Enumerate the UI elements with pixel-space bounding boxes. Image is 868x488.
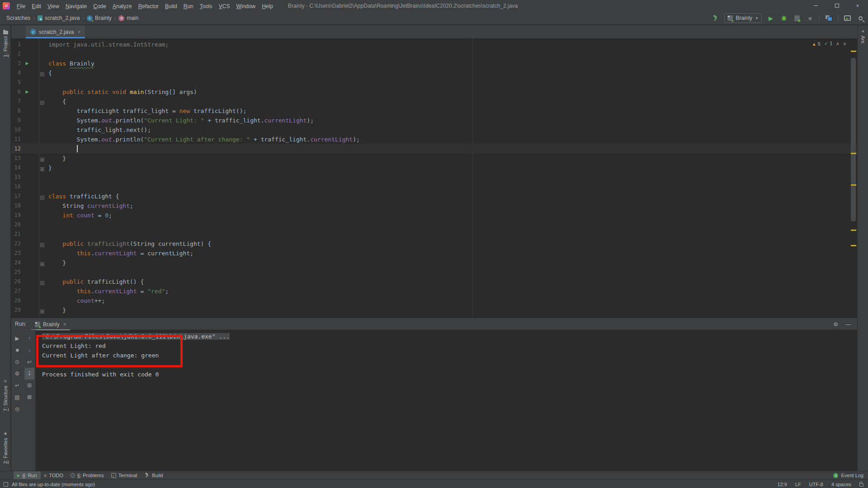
readonly-lock-icon[interactable] <box>859 483 863 487</box>
event-log-button[interactable]: 1 Event Log <box>833 473 863 478</box>
indent-setting[interactable]: 4 spaces <box>831 482 851 487</box>
fold-marker-icon[interactable]: ∧ <box>38 154 46 163</box>
code-line-5[interactable]: 5 <box>11 78 857 87</box>
breadcrumb-item-brainly[interactable]: cBrainly <box>87 15 112 21</box>
build-hammer-icon[interactable] <box>711 14 719 22</box>
code-line-15[interactable]: 15 <box>11 173 857 182</box>
fold-start-icon[interactable]: − <box>40 72 44 76</box>
code-line-7[interactable]: 7− { <box>11 97 857 106</box>
line-number-3[interactable]: 3 <box>11 59 21 68</box>
line-number-19[interactable]: 19 <box>11 211 21 220</box>
fold-marker-icon[interactable]: − <box>38 192 46 201</box>
menu-navigate[interactable]: Navigate <box>62 3 90 9</box>
fold-marker-icon[interactable]: − <box>38 68 46 78</box>
line-number-13[interactable]: 13 <box>11 154 21 163</box>
file-encoding[interactable]: UTF-8 <box>809 482 823 487</box>
menu-window[interactable]: Window <box>233 3 259 9</box>
run-button[interactable]: ▶ <box>767 14 775 22</box>
fold-marker-icon[interactable]: ∧ <box>38 305 46 315</box>
line-number-6[interactable]: 6 <box>11 87 21 97</box>
menu-file[interactable]: File <box>14 3 28 9</box>
down-stack-trace-icon[interactable]: ↓ <box>24 344 34 356</box>
menu-help[interactable]: Help <box>259 3 276 9</box>
code-line-16[interactable]: 16 <box>11 182 857 192</box>
code-line-19[interactable]: 19 int count = 0; <box>11 211 857 220</box>
code-line-3[interactable]: 3▶class Brainly <box>11 59 857 68</box>
tool-button-project[interactable]: 1: Project <box>0 28 11 57</box>
fold-marker-icon[interactable]: − <box>38 277 46 286</box>
minimize-button[interactable] <box>806 0 826 11</box>
menu-code[interactable]: Code <box>90 3 109 9</box>
breadcrumb-item-main[interactable]: mmain <box>118 15 138 21</box>
tool-button-problems[interactable]: ! 6: Problems <box>67 471 108 480</box>
maximize-button[interactable] <box>826 0 847 11</box>
run-configuration-select[interactable]: Brainly ▼ <box>724 13 762 23</box>
fold-end-icon[interactable]: ∧ <box>40 167 44 171</box>
code-line-1[interactable]: 1import java.util.stream.IntStream; <box>11 40 857 49</box>
caret-position[interactable]: 12:9 <box>778 482 787 487</box>
run-anything-button[interactable] <box>843 14 851 22</box>
fold-marker-icon[interactable]: − <box>38 239 46 249</box>
debug-button[interactable] <box>780 14 788 22</box>
close-button[interactable]: × <box>847 0 868 11</box>
line-number-4[interactable]: 4 <box>11 68 21 78</box>
fold-end-icon[interactable]: ∧ <box>40 158 44 162</box>
fold-marker-icon[interactable]: ∧ <box>38 258 46 267</box>
code-line-26[interactable]: 26− public trafficLight() { <box>11 277 857 286</box>
tool-button-terminal[interactable]: ▸ Terminal <box>108 471 141 480</box>
clear-all-icon[interactable]: ⊠ <box>24 391 34 403</box>
scrollbar-thumb[interactable] <box>851 58 856 221</box>
menu-tools[interactable]: Tools <box>197 3 216 9</box>
breadcrumb-item-scratch-2-java[interactable]: scratch_2.java <box>38 15 80 21</box>
pin-tab-icon[interactable]: ◎ <box>12 403 22 415</box>
run-settings-gear-icon[interactable]: ⚙ <box>12 368 22 380</box>
line-number-21[interactable]: 21 <box>11 230 21 239</box>
code-line-29[interactable]: 29∧ } <box>11 305 857 315</box>
run-tab-close-icon[interactable]: × <box>63 321 66 328</box>
editor-scrollbar[interactable] <box>850 38 857 318</box>
line-number-7[interactable]: 7 <box>11 97 21 106</box>
thread-dump-camera-icon[interactable]: ⊙ <box>12 356 22 368</box>
line-number-17[interactable]: 17 <box>11 192 21 201</box>
menu-edit[interactable]: Edit <box>28 3 44 9</box>
restore-layout-icon[interactable]: ▤ <box>12 391 22 403</box>
fold-end-icon[interactable]: ∧ <box>40 310 44 314</box>
line-number-11[interactable]: 11 <box>11 135 21 144</box>
code-line-24[interactable]: 24∧ } <box>11 258 857 267</box>
code-line-28[interactable]: 28 count++; <box>11 296 857 305</box>
line-number-1[interactable]: 1 <box>11 40 21 49</box>
line-number-28[interactable]: 28 <box>11 296 21 305</box>
code-line-8[interactable]: 8 trafficLight traffic_light = new traff… <box>11 106 857 116</box>
layout-windows-icon[interactable] <box>825 14 833 22</box>
line-number-2[interactable]: 2 <box>11 49 21 59</box>
code-line-22[interactable]: 22− public trafficLight(String currentLi… <box>11 239 857 249</box>
code-line-10[interactable]: 10 traffic_light.next(); <box>11 125 857 135</box>
run-gutter-icon[interactable]: ▶ <box>24 59 31 68</box>
line-number-10[interactable]: 10 <box>11 125 21 135</box>
line-number-24[interactable]: 24 <box>11 258 21 267</box>
code-line-12[interactable]: 12 <box>11 144 857 154</box>
code-line-2[interactable]: 2 <box>11 49 857 59</box>
tab-scratch-2-java[interactable]: c scratch_2.java × <box>26 25 85 38</box>
code-line-14[interactable]: 14∧} <box>11 163 857 173</box>
code-line-27[interactable]: 27 this.currentLight = "red"; <box>11 286 857 296</box>
fold-start-icon[interactable]: − <box>40 243 44 247</box>
code-line-6[interactable]: 6▶ public static void main(String[] args… <box>11 87 857 97</box>
run-gutter-icon[interactable]: ▶ <box>24 87 31 97</box>
settings-gear-icon[interactable]: ⚙ <box>833 321 838 328</box>
code-line-13[interactable]: 13∧ } <box>11 154 857 163</box>
tool-button-build[interactable]: Build <box>141 471 166 480</box>
fold-marker-icon[interactable]: − <box>38 97 46 106</box>
line-number-5[interactable]: 5 <box>11 78 21 87</box>
fold-start-icon[interactable]: − <box>40 101 44 105</box>
print-icon[interactable]: ⊞ <box>24 380 34 391</box>
inspections-widget[interactable]: ▲ 5 ✓ 1 ∧ ∨ <box>812 41 846 47</box>
line-number-12[interactable]: 12 <box>11 144 21 154</box>
line-number-29[interactable]: 29 <box>11 305 21 315</box>
line-number-18[interactable]: 18 <box>11 201 21 211</box>
code-line-11[interactable]: 11 System.out.println("Current Light aft… <box>11 135 857 144</box>
menu-vcs[interactable]: VCS <box>216 3 233 9</box>
soft-wrap-icon[interactable]: ↩ <box>24 356 34 368</box>
scroll-to-end-icon[interactable]: ↧ <box>24 368 34 380</box>
next-problem-chevron-icon[interactable]: ∨ <box>843 41 846 46</box>
